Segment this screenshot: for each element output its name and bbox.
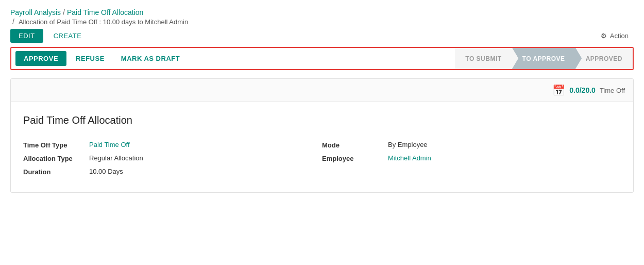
duration-value: 10.00 Days: [89, 168, 123, 175]
time-off-label: Time Off: [600, 87, 625, 94]
allocation-type-value: Regular Allocation: [89, 154, 143, 162]
right-field-column: Mode By Employee Employee Mitchell Admin: [322, 141, 621, 176]
breadcrumb: Payroll Analysis / Paid Time Off Allocat…: [10, 8, 634, 26]
status-step-to-submit: TO SUBMIT: [455, 48, 512, 69]
status-step-to-approve-label: TO APPROVE: [522, 55, 565, 62]
employee-label: Employee: [322, 154, 384, 162]
mark-as-draft-button[interactable]: MARK AS DRAFT: [114, 51, 187, 66]
calendar-icon: 📅: [552, 84, 565, 96]
status-steps: TO SUBMIT TO APPROVE APPROVED: [455, 48, 633, 69]
status-step-to-approve: TO APPROVE: [512, 48, 575, 69]
action-buttons-group: APPROVE REFUSE MARK AS DRAFT: [11, 48, 455, 69]
time-off-count: 0.0/20.0: [569, 86, 596, 94]
mode-value: By Employee: [388, 141, 428, 148]
field-row-duration: Duration 10.00 Days: [23, 168, 322, 176]
content-card-body: Paid Time Off Allocation Time Off Type P…: [11, 102, 633, 192]
approve-button[interactable]: APPROVE: [15, 51, 66, 66]
breadcrumb-pto[interactable]: Paid Time Off Allocation: [67, 8, 143, 16]
field-row-mode: Mode By Employee: [322, 141, 621, 149]
left-field-column: Time Off Type Paid Time Off Allocation T…: [23, 141, 322, 176]
gear-icon: ⚙: [601, 32, 607, 40]
refuse-button[interactable]: REFUSE: [69, 51, 112, 66]
field-row-allocation-type: Allocation Type Regular Allocation: [23, 154, 322, 162]
employee-value[interactable]: Mitchell Admin: [388, 154, 431, 162]
breadcrumb-payroll[interactable]: Payroll Analysis: [10, 8, 61, 16]
allocation-type-label: Allocation Type: [23, 154, 85, 162]
form-fields: Time Off Type Paid Time Off Allocation T…: [23, 141, 621, 176]
status-step-approved-label: APPROVED: [586, 55, 622, 62]
time-off-badge: 📅 0.0/20.0 Time Off: [552, 84, 625, 96]
toolbar: EDIT CREATE ⚙ Action: [10, 29, 634, 43]
content-card-header: 📅 0.0/20.0 Time Off: [11, 79, 633, 102]
action-label: Action: [610, 32, 629, 40]
action-bar: APPROVE REFUSE MARK AS DRAFT TO SUBMIT T…: [10, 47, 634, 70]
time-off-type-value[interactable]: Paid Time Off: [89, 141, 130, 148]
action-button[interactable]: ⚙ Action: [596, 29, 634, 43]
status-step-to-submit-label: TO SUBMIT: [465, 55, 501, 62]
edit-button[interactable]: EDIT: [10, 29, 43, 43]
create-button[interactable]: CREATE: [47, 29, 88, 43]
field-row-time-off-type: Time Off Type Paid Time Off: [23, 141, 322, 149]
field-row-employee: Employee Mitchell Admin: [322, 154, 621, 162]
content-card: 📅 0.0/20.0 Time Off Paid Time Off Alloca…: [10, 78, 634, 193]
page-container: Payroll Analysis / Paid Time Off Allocat…: [0, 0, 644, 265]
status-step-approved: APPROVED: [575, 48, 633, 69]
form-title: Paid Time Off Allocation: [23, 114, 621, 126]
duration-label: Duration: [23, 168, 85, 176]
time-off-type-label: Time Off Type: [23, 141, 85, 149]
mode-label: Mode: [322, 141, 384, 149]
